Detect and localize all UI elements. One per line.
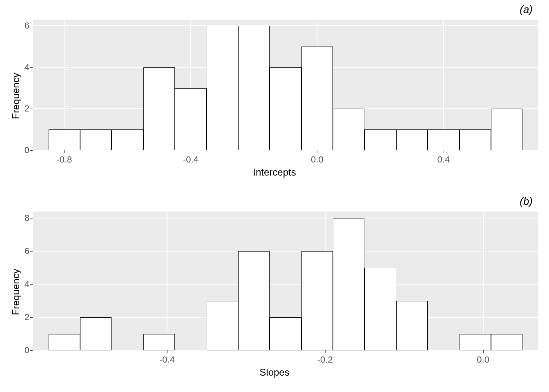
histogram-bar: [238, 26, 270, 150]
histogram-bar: [460, 334, 491, 350]
histogram-bar: [270, 317, 301, 350]
histogram-bar: [364, 129, 396, 150]
histogram-bar: [428, 129, 459, 150]
histogram-bar: [143, 334, 175, 350]
y-tick-label: 0: [25, 145, 29, 156]
panel-b-ylabel: Frequency: [10, 269, 22, 315]
histogram-bar: [491, 334, 522, 350]
x-tick-label: 0.4: [437, 154, 450, 165]
panel-b-plot-area: 02468-0.4-0.20.0: [33, 212, 538, 350]
panel-b-title: (b): [520, 195, 533, 208]
histogram-bar: [207, 301, 238, 350]
histogram-bar: [80, 129, 112, 150]
histogram-bar: [112, 129, 143, 150]
histogram-bar: [364, 268, 396, 350]
panel-a: (a) Frequency 0246-0.8-0.40.00.4 Interce…: [0, 0, 549, 192]
histogram-bar: [301, 47, 333, 150]
y-tick-label: 2: [25, 312, 29, 323]
histogram-bar: [49, 334, 80, 350]
histogram-bar: [238, 251, 270, 350]
panel-a-plot-area: 0246-0.8-0.40.00.4: [33, 20, 538, 150]
y-tick-label: 4: [25, 279, 29, 290]
y-tick-label: 6: [25, 246, 29, 256]
panel-a-ylabel: Frequency: [10, 73, 22, 119]
histogram-bar: [333, 218, 364, 350]
histogram-bar: [207, 26, 238, 150]
histogram-bar: [143, 67, 175, 150]
x-tick-label: -0.4: [159, 354, 175, 365]
histogram-bar: [270, 67, 301, 150]
x-tick-label: -0.4: [183, 154, 199, 165]
histogram-bar: [301, 251, 333, 350]
histogram-bar: [175, 88, 206, 150]
histogram-bar: [460, 129, 491, 150]
histogram-bar: [396, 129, 428, 150]
y-tick-label: 8: [25, 213, 29, 223]
y-tick-label: 0: [25, 345, 29, 356]
histogram-bar: [49, 129, 80, 150]
x-tick-label: 0.0: [477, 354, 489, 365]
y-tick-label: 6: [25, 20, 29, 31]
x-tick-label: 0.0: [311, 154, 324, 165]
panel-a-title: (a): [520, 3, 533, 16]
panel-b-xlabel: Slopes: [259, 367, 289, 378]
panel-a-xlabel: Intercepts: [253, 167, 296, 178]
x-tick-label: -0.8: [56, 154, 72, 165]
histogram-bar: [491, 109, 522, 150]
histogram-bar: [333, 109, 364, 150]
panel-b: (b) Frequency 02468-0.4-0.20.0 Slopes: [0, 192, 549, 392]
histogram-bar: [80, 317, 112, 350]
y-tick-label: 2: [25, 103, 29, 114]
y-tick-label: 4: [25, 62, 29, 73]
x-tick-label: -0.2: [317, 354, 333, 365]
histogram-bar: [396, 301, 428, 350]
